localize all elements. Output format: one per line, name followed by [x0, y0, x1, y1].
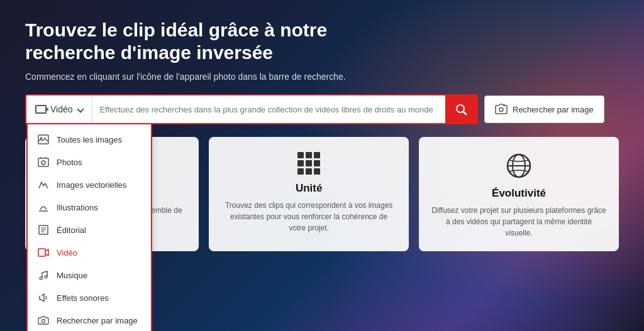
svg-point-3	[42, 161, 45, 165]
hero-title: Trouvez le clip idéal grâce à notre rech…	[25, 19, 415, 64]
illustration-icon	[38, 202, 49, 213]
dropdown-label: Musique	[57, 271, 87, 280]
search-area: Vidéo Toutes les images	[25, 94, 619, 124]
svg-rect-2	[38, 158, 48, 166]
search-button[interactable]	[445, 95, 477, 123]
dropdown-item-illustrations[interactable]: Illustrations	[28, 196, 151, 219]
search-type-label: Vidéo	[50, 104, 73, 114]
svg-line-14	[464, 112, 467, 115]
camera-icon	[495, 104, 508, 115]
photo-icon	[38, 156, 49, 168]
image-icon	[38, 134, 49, 145]
search-icon	[455, 103, 467, 116]
music-icon	[38, 269, 49, 281]
svg-rect-9	[38, 249, 45, 256]
sound-icon	[38, 292, 49, 303]
search-type-dropdown: Toutes les images Photos	[26, 124, 152, 331]
hero-subtitle: Commencez en cliquant sur l'icône de l'a…	[25, 72, 619, 82]
search-type-button[interactable]: Vidéo	[26, 95, 92, 123]
dropdown-label: Vidéo	[57, 248, 77, 258]
reverse-image-label: Rechercher par image	[513, 105, 594, 114]
search-bar: Vidéo Toutes les images	[25, 94, 478, 124]
card-title-3: Évolutivité	[431, 187, 606, 200]
video-type-icon	[35, 105, 47, 114]
dropdown-label: Illustrations	[57, 203, 98, 212]
svg-point-12	[42, 320, 45, 323]
chevron-down-icon	[77, 106, 84, 112]
vector-icon	[38, 179, 49, 190]
dropdown-label: Photos	[57, 158, 82, 167]
video-menu-icon	[38, 247, 49, 258]
search-input[interactable]	[92, 95, 445, 123]
dropdown-item-music[interactable]: Musique	[28, 264, 151, 286]
dropdown-label: Effets sonores	[57, 293, 109, 303]
dropdown-item-reverse-image[interactable]: Rechercher par image	[28, 309, 151, 331]
card-icon-3	[431, 152, 606, 180]
dropdown-item-sound[interactable]: Effets sonores	[28, 286, 151, 309]
svg-point-10	[40, 277, 42, 279]
reverse-image-button[interactable]: Rechercher par image	[484, 95, 604, 123]
svg-point-15	[499, 108, 503, 112]
dropdown-item-photos[interactable]: Photos	[28, 151, 151, 173]
editorial-icon	[38, 224, 49, 236]
card-unite: Unité Trouvez des clips qui corresponden…	[209, 137, 409, 251]
dropdown-item-editorial[interactable]: Éditorial	[28, 219, 151, 241]
camera-search-icon	[38, 315, 49, 326]
dropdown-label: Images vectorielles	[57, 180, 126, 190]
dropdown-label: Éditorial	[57, 225, 86, 235]
dropdown-item-vector[interactable]: Images vectorielles	[28, 173, 151, 196]
dropdown-label: Toutes les images	[57, 135, 122, 144]
card-desc-2: Trouvez des clips qui correspondent à vo…	[221, 200, 396, 234]
card-icon-2	[221, 152, 396, 175]
dropdown-label: Rechercher par image	[57, 316, 138, 325]
dropdown-item-video[interactable]: Vidéo	[28, 241, 151, 264]
card-desc-3: Diffusez votre projet sur plusieurs plat…	[431, 205, 606, 239]
card-evolutivite: Évolutivité Diffusez votre projet sur pl…	[419, 137, 619, 251]
dropdown-item-all-images[interactable]: Toutes les images	[28, 128, 151, 151]
card-title-2: Unité	[221, 182, 396, 195]
svg-point-11	[45, 276, 47, 278]
